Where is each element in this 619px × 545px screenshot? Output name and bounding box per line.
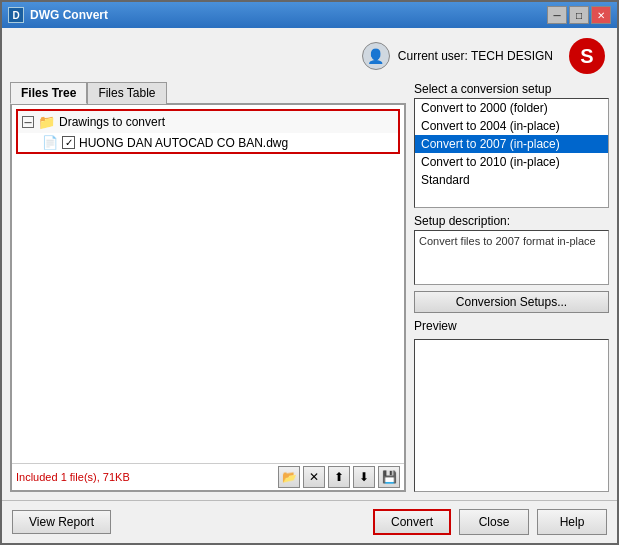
file-list-inner: ─ 📁 Drawings to convert 📄 ✓ HUONG DAN AU… bbox=[12, 105, 404, 463]
remove-file-button[interactable]: ✕ bbox=[303, 466, 325, 488]
drawings-label: Drawings to convert bbox=[59, 115, 165, 129]
folder-icon: 📁 bbox=[38, 114, 55, 130]
app-logo: S bbox=[569, 38, 605, 74]
preview-area bbox=[414, 339, 609, 492]
toolbar-icons: 📂 ✕ ⬆ ⬇ 💾 bbox=[278, 466, 400, 488]
tab-files-table[interactable]: Files Table bbox=[87, 82, 166, 104]
app-icon: D bbox=[8, 7, 24, 23]
setup-description-section: Setup description: Convert files to 2007… bbox=[414, 214, 609, 285]
expand-icon[interactable]: ─ bbox=[22, 116, 34, 128]
conversion-item-3[interactable]: Convert to 2010 (in-place) bbox=[415, 153, 608, 171]
conversion-item-2[interactable]: Convert to 2007 (in-place) bbox=[415, 135, 608, 153]
current-user-text: Current user: TECH DESIGN bbox=[398, 49, 553, 63]
conversion-item-1[interactable]: Convert to 2004 (in-place) bbox=[415, 117, 608, 135]
window-controls: ─ □ ✕ bbox=[547, 6, 611, 24]
convert-button[interactable]: Convert bbox=[373, 509, 451, 535]
file-list-container: ─ 📁 Drawings to convert 📄 ✓ HUONG DAN AU… bbox=[10, 103, 406, 492]
conversion-item-0[interactable]: Convert to 2000 (folder) bbox=[415, 99, 608, 117]
content-area: 👤 Current user: TECH DESIGN S Files Tree… bbox=[2, 28, 617, 500]
file-checkbox[interactable]: ✓ bbox=[62, 136, 75, 149]
main-window: D DWG Convert ─ □ ✕ 👤 Current user: TECH… bbox=[0, 0, 619, 545]
window-title: DWG Convert bbox=[30, 8, 108, 22]
add-file-button[interactable]: 📂 bbox=[278, 466, 300, 488]
title-bar: D DWG Convert ─ □ ✕ bbox=[2, 2, 617, 28]
close-window-button[interactable]: ✕ bbox=[591, 6, 611, 24]
maximize-button[interactable]: □ bbox=[569, 6, 589, 24]
save-button[interactable]: 💾 bbox=[378, 466, 400, 488]
conversion-list[interactable]: Convert to 2000 (folder) Convert to 2004… bbox=[414, 98, 609, 208]
minimize-button[interactable]: ─ bbox=[547, 6, 567, 24]
bottom-bar: View Report Convert Close Help bbox=[2, 500, 617, 543]
help-button[interactable]: Help bbox=[537, 509, 607, 535]
status-text: Included 1 file(s), 71KB bbox=[16, 471, 130, 483]
top-section: 👤 Current user: TECH DESIGN S bbox=[10, 36, 609, 76]
view-report-button[interactable]: View Report bbox=[12, 510, 111, 534]
conversion-item-4[interactable]: Standard bbox=[415, 171, 608, 189]
status-bar: Included 1 file(s), 71KB 📂 ✕ ⬆ ⬇ 💾 bbox=[12, 463, 404, 490]
preview-label: Preview bbox=[414, 319, 609, 333]
file-row: 📄 ✓ HUONG DAN AUTOCAD CO BAN.dwg bbox=[18, 133, 398, 152]
main-panels: Files Tree Files Table ─ 📁 Drawings to c… bbox=[10, 82, 609, 492]
move-up-button[interactable]: ⬆ bbox=[328, 466, 350, 488]
move-down-button[interactable]: ⬇ bbox=[353, 466, 375, 488]
tab-files-tree[interactable]: Files Tree bbox=[10, 82, 87, 104]
setup-description-label: Setup description: bbox=[414, 214, 609, 228]
conversion-setup-section: Select a conversion setup Convert to 200… bbox=[414, 82, 609, 208]
right-panel: Select a conversion setup Convert to 200… bbox=[414, 82, 609, 492]
file-name: HUONG DAN AUTOCAD CO BAN.dwg bbox=[79, 136, 288, 150]
close-button[interactable]: Close bbox=[459, 509, 529, 535]
user-avatar-icon: 👤 bbox=[362, 42, 390, 70]
file-type-icon: 📄 bbox=[42, 135, 58, 150]
title-bar-left: D DWG Convert bbox=[8, 7, 108, 23]
setup-description-box: Convert files to 2007 format in-place bbox=[414, 230, 609, 285]
left-panel: Files Tree Files Table ─ 📁 Drawings to c… bbox=[10, 82, 406, 492]
conversion-setups-button[interactable]: Conversion Setups... bbox=[414, 291, 609, 313]
drawings-header: ─ 📁 Drawings to convert bbox=[18, 111, 398, 133]
bottom-left-buttons: View Report bbox=[12, 510, 111, 534]
bottom-right-buttons: Convert Close Help bbox=[373, 509, 607, 535]
conversion-setup-label: Select a conversion setup bbox=[414, 82, 609, 96]
drawings-section: ─ 📁 Drawings to convert 📄 ✓ HUONG DAN AU… bbox=[16, 109, 400, 154]
tab-bar: Files Tree Files Table bbox=[10, 82, 406, 104]
